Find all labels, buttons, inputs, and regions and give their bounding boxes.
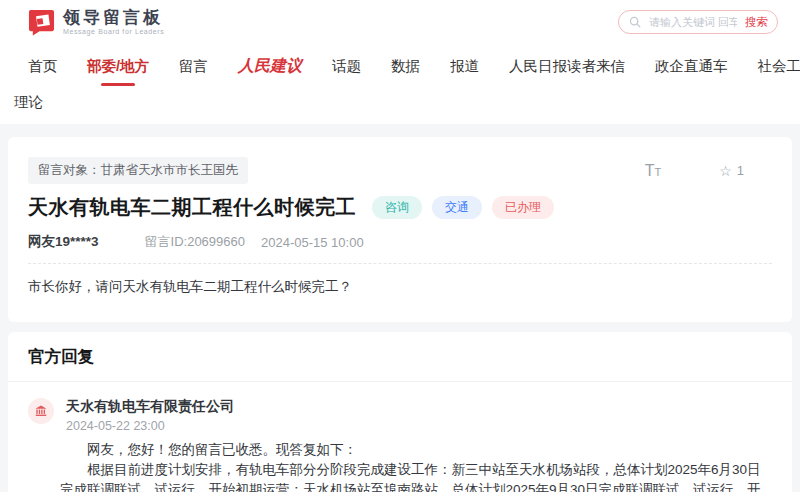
message-meta: 网友19****3 留言ID:20699660 2024-05-15 10:00 [28, 233, 772, 251]
nav-item[interactable]: 政企直通车 [655, 57, 728, 76]
page-content: 留言对象：甘肃省天水市市长王国先 TT ☆ 1 天水有轨电车二期工程什么时候完工… [0, 124, 800, 492]
organization-icon [28, 398, 54, 424]
search-button[interactable]: 搜索 [745, 15, 768, 30]
logo-text: 领导留言板 Message Board for Leaders [63, 9, 164, 35]
font-size-icon[interactable]: TT [645, 163, 662, 179]
message-date: 2024-05-15 10:00 [261, 235, 364, 250]
nav-item[interactable]: 留言 [179, 57, 208, 76]
nav-item[interactable]: 报道 [450, 57, 479, 76]
site-subtitle: Message Board for Leaders [63, 28, 164, 35]
nav-item[interactable]: 部委/地方 [87, 57, 149, 76]
star-icon: ☆ [719, 163, 732, 179]
favorite-button[interactable]: ☆ 1 [719, 163, 744, 179]
nav-item[interactable]: 人民日报读者来信 [509, 57, 625, 76]
organization-name: 天水有轨电车有限责任公司 [66, 398, 234, 416]
nav-item[interactable]: 首页 [28, 57, 57, 76]
logo-icon [28, 9, 55, 36]
search-icon [629, 16, 641, 28]
nav-item[interactable]: 理论 [14, 93, 43, 112]
tag-badge: 咨询 [372, 196, 422, 219]
nav-item[interactable]: 社会工作 [758, 57, 800, 76]
nav-item[interactable]: 数据 [391, 57, 420, 76]
message-tags: 咨询交通已办理 [372, 196, 554, 219]
reply-section-title: 官方回复 [8, 346, 792, 382]
message-author: 网友19****3 [28, 233, 99, 251]
dashed-divider [28, 263, 772, 264]
organization-info: 天水有轨电车有限责任公司 2024-05-22 23:00 [66, 398, 234, 433]
search-box[interactable]: 搜索 [618, 10, 778, 34]
main-nav: 首页部委/地方留言人民建议话题数据报道人民日报读者来信政企直通车社会工作案例库 … [0, 44, 800, 124]
site-title: 领导留言板 [63, 9, 164, 26]
message-toolbar: 留言对象：甘肃省天水市市长王国先 TT ☆ 1 [28, 157, 772, 184]
site-logo[interactable]: 领导留言板 Message Board for Leaders [28, 9, 164, 36]
search-input[interactable] [647, 15, 739, 29]
bank-building-icon [34, 404, 48, 418]
message-title-row: 天水有轨电车二期工程什么时候完工 咨询交通已办理 [28, 194, 772, 221]
message-title: 天水有轨电车二期工程什么时候完工 [28, 194, 356, 221]
tag-badge: 交通 [432, 196, 482, 219]
nav-row-primary: 首页部委/地方留言人民建议话题数据报道人民日报读者来信政企直通车社会工作案例库 [0, 52, 800, 77]
message-body: 市长你好，请问天水有轨电车二期工程什么时候完工？ [28, 278, 772, 296]
tag-badge: 已办理 [492, 196, 554, 219]
message-card: 留言对象：甘肃省天水市市长王国先 TT ☆ 1 天水有轨电车二期工程什么时候完工… [8, 137, 792, 322]
message-id: 留言ID:20699660 [145, 233, 245, 251]
nav-item[interactable]: 人民建议 [238, 56, 302, 77]
reply-content: 网友，您好！您的留言已收悉。现答复如下：根据目前进度计划安排，有轨电车部分分阶段… [8, 433, 792, 492]
reply-paragraph: 根据目前进度计划安排，有轨电车部分分阶段完成建设工作：新三中站至天水机场站段，总… [60, 460, 768, 492]
reply-paragraph: 网友，您好！您的留言已收悉。现答复如下： [60, 440, 768, 460]
reply-date: 2024-05-22 23:00 [66, 419, 234, 433]
star-count: 1 [737, 163, 744, 178]
reply-header: 天水有轨电车有限责任公司 2024-05-22 23:00 [8, 382, 792, 433]
message-target-badge: 留言对象：甘肃省天水市市长王国先 [28, 157, 248, 184]
nav-item[interactable]: 话题 [332, 57, 361, 76]
official-reply-card: 官方回复 天水有轨电车有限责任公司 2024-05-22 23:00 [8, 332, 792, 492]
top-header: 领导留言板 Message Board for Leaders 搜索 [0, 0, 800, 44]
